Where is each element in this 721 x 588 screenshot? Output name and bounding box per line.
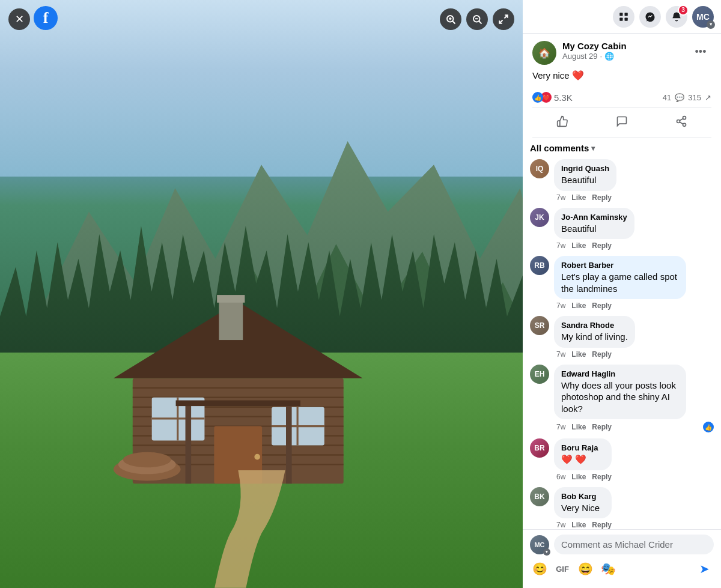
comment-meta: 6w Like Reply: [554, 473, 612, 481]
comment-input-icons: 😊 GIF 😄 🎭 ➤: [530, 554, 714, 583]
comment-reply-button[interactable]: Reply: [592, 350, 612, 359]
commenter-name[interactable]: Robert Barber: [561, 261, 679, 270]
comment-avatar-chevron-icon: ▾: [543, 548, 550, 556]
emoji-button[interactable]: 😊: [530, 559, 549, 578]
zoom-in-button[interactable]: [440, 8, 461, 30]
emoji-icon: 😊: [532, 562, 547, 576]
comment-like-button[interactable]: Like: [571, 423, 586, 431]
comment-item: RB Robert Barber Let's play a game calle…: [530, 256, 714, 310]
comment-reply-button[interactable]: Reply: [592, 302, 612, 310]
page-avatar[interactable]: 🏠: [532, 41, 556, 65]
comment-action-button[interactable]: [592, 111, 651, 135]
post-options-button[interactable]: •••: [690, 41, 711, 62]
comment-reply-button[interactable]: Reply: [592, 423, 612, 431]
send-button[interactable]: ➤: [695, 559, 714, 578]
reactions-count: 5.3K: [554, 92, 573, 103]
comment-like-button[interactable]: Like: [571, 473, 586, 481]
avatar-chevron-icon: ▾: [707, 20, 715, 29]
filter-chevron-icon: ▾: [591, 144, 595, 153]
like-action-button[interactable]: [532, 111, 592, 135]
commenter-name[interactable]: Boru Raja: [561, 443, 604, 452]
sticker-button[interactable]: 😄: [576, 559, 595, 578]
comment-avatar-robert[interactable]: RB: [530, 256, 549, 275]
comments-section[interactable]: All comments ▾ IQ Ingrid Quash Beautiful…: [523, 138, 721, 529]
commenter-name[interactable]: Bob Karg: [561, 492, 604, 501]
navbar: 3 MC ▾: [523, 0, 721, 34]
comment-reply-button[interactable]: Reply: [592, 521, 612, 529]
comment-avatar-edward[interactable]: EH: [530, 365, 549, 384]
cabin-photo: [0, 0, 523, 588]
comment-bubble-boru: Boru Raja ❤️ ❤️: [554, 438, 612, 470]
commenter-name[interactable]: Edward Haglin: [561, 369, 679, 378]
comment-bubble-bob: Bob Karg Very Nice: [554, 487, 612, 519]
globe-icon-symbol: 🌐: [604, 52, 614, 61]
comment-avatar-joann[interactable]: JK: [530, 208, 549, 227]
post-date: August 29 · 🌐: [562, 52, 684, 61]
svg-line-5: [479, 21, 482, 24]
svg-rect-20: [219, 297, 243, 341]
post-area: 🏠 My Cozy Cabin August 29 · 🌐 ••• Very n…: [523, 34, 721, 138]
comment-icon: [616, 115, 628, 130]
comment-time: 6w: [556, 473, 565, 481]
comment-time: 7w: [556, 521, 565, 529]
svg-point-40: [683, 117, 686, 120]
comment-input-row: MC ▾ Comment as Michael Crider: [530, 535, 714, 554]
comment-reply-button[interactable]: Reply: [592, 193, 612, 202]
comment-like-button[interactable]: Like: [571, 350, 586, 359]
meme-button[interactable]: 🎭: [598, 559, 618, 578]
notification-badge: 3: [678, 5, 689, 16]
comment-avatar-ingrid[interactable]: IQ: [530, 159, 549, 178]
image-panel: ✕ f: [0, 0, 523, 588]
commenter-name[interactable]: Sandra Rhode: [561, 321, 628, 330]
comment-avatar-bob[interactable]: BK: [530, 487, 549, 506]
comment-bubble-ingrid: Ingrid Quash Beautiful: [554, 159, 616, 191]
comment-text: ❤️ ❤️: [561, 453, 604, 465]
post-caption: Very nice ❤️: [532, 70, 711, 81]
comment-like-button[interactable]: Like: [571, 241, 586, 250]
grid-button[interactable]: [613, 6, 634, 28]
image-controls: [440, 8, 514, 30]
comment-meta: 7w Like Reply: [554, 521, 612, 529]
comments-filter[interactable]: All comments ▾: [530, 143, 714, 153]
comment-avatar-sandra[interactable]: SR: [530, 316, 549, 335]
gif-button[interactable]: GIF: [553, 559, 572, 578]
globe-icon: ·: [600, 52, 603, 61]
comment-item: IQ Ingrid Quash Beautiful 7w Like Reply: [530, 159, 714, 202]
comment-like-button[interactable]: Like: [571, 302, 586, 310]
comment-user-avatar: MC ▾: [530, 535, 549, 554]
zoom-out-button[interactable]: [466, 8, 488, 30]
comment-reply-button[interactable]: Reply: [592, 473, 612, 481]
comment-input-box[interactable]: Comment as Michael Crider: [554, 535, 714, 554]
comment-time: 7w: [556, 423, 565, 431]
comment-meta: 7w Like Reply 👍: [554, 422, 714, 432]
share-icon: [675, 115, 687, 130]
close-button[interactable]: ✕: [8, 8, 30, 30]
comment-meta: 7w Like Reply: [554, 241, 634, 250]
comment-like-button[interactable]: Like: [571, 193, 586, 202]
facebook-logo[interactable]: f: [34, 6, 58, 30]
comment-like-button[interactable]: Like: [571, 521, 586, 529]
comment-meta: 7w Like Reply: [554, 193, 616, 202]
svg-rect-21: [217, 295, 245, 303]
commenter-name[interactable]: Ingrid Quash: [561, 164, 609, 173]
comment-like-reaction: 👍: [703, 422, 714, 432]
share-action-button[interactable]: [652, 111, 711, 135]
cabin-avatar-image: 🏠: [532, 41, 556, 65]
svg-rect-39: [625, 17, 628, 20]
svg-line-1: [452, 21, 455, 24]
all-comments-label: All comments: [530, 143, 589, 153]
commenter-name[interactable]: Jo-Ann Kaminsky: [561, 213, 627, 222]
action-buttons: [532, 108, 711, 138]
fb-logo-circle: f: [34, 6, 58, 30]
messenger-button[interactable]: [639, 6, 661, 28]
page-name[interactable]: My Cozy Cabin: [562, 41, 684, 52]
comment-avatar-boru[interactable]: BR: [530, 438, 549, 458]
like-icon: [556, 115, 568, 130]
comment-reply-button[interactable]: Reply: [592, 241, 612, 250]
send-icon: ➤: [699, 562, 710, 576]
comment-item: EH Edward Haglin Why does all your posts…: [530, 365, 714, 433]
fullscreen-button[interactable]: [493, 8, 514, 30]
notification-button[interactable]: 3: [666, 6, 687, 28]
user-avatar-button[interactable]: MC ▾: [692, 6, 714, 28]
svg-line-44: [680, 118, 683, 120]
